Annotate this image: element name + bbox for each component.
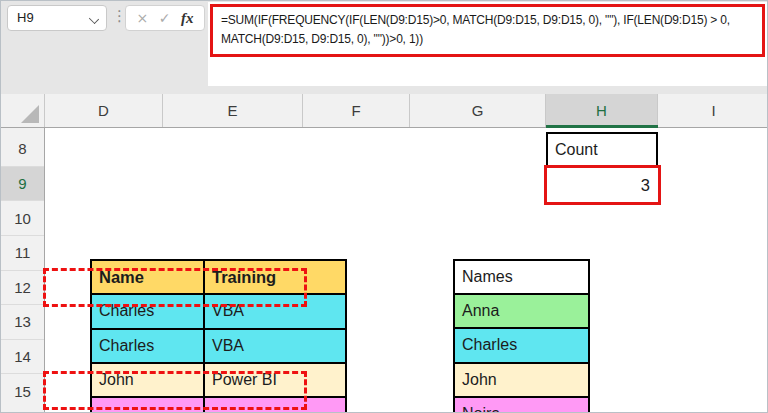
row-header-column: 7 8 9 10 11 12 13 14 15 xyxy=(1,128,45,413)
cell-h9-result-selected[interactable]: 3 xyxy=(544,165,661,205)
cell-e11[interactable]: Power BI xyxy=(205,364,345,396)
column-header-d[interactable]: D xyxy=(45,94,163,127)
spreadsheet-window: H9 ⋮ × ✓ fx =SUM(IF(FREQUENCY(IF(LEN(D9:… xyxy=(0,0,768,413)
cell-g12[interactable]: Noira xyxy=(455,398,588,413)
table-row: Charles VBA xyxy=(92,330,345,364)
enter-icon[interactable]: ✓ xyxy=(159,10,171,26)
row-header-14[interactable]: 14 xyxy=(1,340,44,375)
cell-d8-name-header[interactable]: Name xyxy=(92,261,205,293)
row-header-15[interactable]: 15 xyxy=(1,374,44,408)
column-header-e[interactable]: E xyxy=(163,94,303,127)
column-header-g[interactable]: G xyxy=(410,94,546,127)
cell-d10[interactable]: Charles xyxy=(92,330,205,362)
cell-e10[interactable]: VBA xyxy=(205,330,345,362)
table-row: Name Training xyxy=(92,261,345,295)
row-header-9-selected[interactable]: 9 xyxy=(1,167,44,202)
row-header-10[interactable]: 10 xyxy=(1,201,44,236)
column-header-i[interactable]: I xyxy=(658,94,768,127)
name-box[interactable]: H9 xyxy=(7,5,107,31)
cell-e8-training-header[interactable]: Training xyxy=(205,261,345,293)
row-header-8[interactable]: 8 xyxy=(1,132,44,167)
cell-d9[interactable]: Charles xyxy=(92,295,205,327)
formula-highlight-box: =SUM(IF(FREQUENCY(IF(LEN(D9:D15)>0, MATC… xyxy=(210,4,765,57)
cell-d11[interactable]: John xyxy=(92,364,205,396)
row-header-11[interactable]: 11 xyxy=(1,236,44,271)
formula-toolbar: H9 ⋮ × ✓ fx =SUM(IF(FREQUENCY(IF(LEN(D9:… xyxy=(1,1,768,94)
formula-buttons-group: × ✓ fx xyxy=(125,5,205,31)
insert-function-icon[interactable]: fx xyxy=(181,10,194,27)
cell-e12-empty[interactable] xyxy=(205,398,345,413)
cell-h8-count-header[interactable]: Count xyxy=(546,132,658,167)
cell-e9[interactable]: VBA xyxy=(205,295,345,327)
name-box-value: H9 xyxy=(17,10,34,25)
cell-g9[interactable]: Anna xyxy=(455,295,588,329)
cell-g11[interactable]: John xyxy=(455,364,588,398)
row-header-13[interactable]: 13 xyxy=(1,305,44,340)
table-row: John Power BI xyxy=(92,364,345,398)
formula-bar[interactable]: =SUM(IF(FREQUENCY(IF(LEN(D9:D15)>0, MATC… xyxy=(208,2,768,86)
chevron-down-icon[interactable] xyxy=(90,15,98,23)
cancel-icon[interactable]: × xyxy=(137,10,149,26)
cell-d12-empty[interactable] xyxy=(92,398,205,413)
column-header-h-selected[interactable]: H xyxy=(546,94,658,127)
training-table: Name Training Charles VBA Charles VBA Jo… xyxy=(90,259,347,413)
column-header-f[interactable]: F xyxy=(303,94,410,127)
table-row xyxy=(92,398,345,413)
row-header-12[interactable]: 12 xyxy=(1,271,44,306)
table-row: Charles VBA xyxy=(92,295,345,329)
names-table: Names Anna Charles John Noira Jonathan xyxy=(453,259,590,413)
select-all-button[interactable] xyxy=(1,94,45,127)
cell-g8-names-header[interactable]: Names xyxy=(455,261,588,295)
select-all-icon xyxy=(21,105,39,123)
formula-text: =SUM(IF(FREQUENCY(IF(LEN(D9:D15)>0, MATC… xyxy=(213,7,762,49)
column-header-row: D E F G H I xyxy=(1,94,768,128)
cell-g10[interactable]: Charles xyxy=(455,329,588,363)
